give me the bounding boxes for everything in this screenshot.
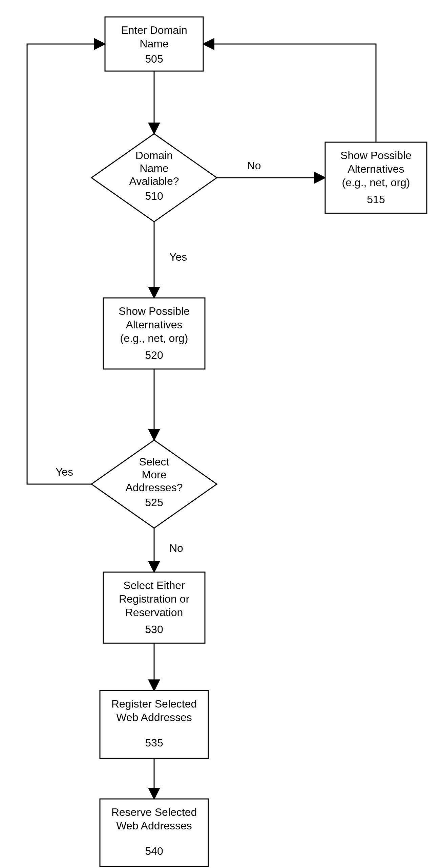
node-515-num: 515 bbox=[367, 193, 385, 205]
node-535-l1: Register Selected bbox=[111, 698, 197, 710]
node-520-l1: Show Possible bbox=[119, 305, 190, 317]
node-530-l1: Select Either bbox=[123, 579, 185, 591]
node-530-l3: Reservation bbox=[125, 606, 183, 619]
node-530-l2: Registration or bbox=[119, 593, 189, 605]
node-515-l1: Show Possible bbox=[340, 149, 412, 161]
node-510-num: 510 bbox=[145, 190, 163, 202]
node-535-num: 535 bbox=[145, 737, 163, 749]
node-520-l3: (e.g., net, org) bbox=[120, 332, 188, 344]
edge-525-505 bbox=[27, 44, 105, 484]
label-no2: No bbox=[169, 542, 183, 554]
node-525-l1: Select bbox=[139, 456, 169, 468]
label-yes2: Yes bbox=[56, 466, 73, 478]
node-525-num: 525 bbox=[145, 496, 163, 508]
node-540-l1: Reserve Selected bbox=[111, 806, 197, 818]
label-yes1: Yes bbox=[169, 251, 187, 263]
node-505-l2: Name bbox=[140, 38, 168, 50]
node-540-num: 540 bbox=[145, 845, 163, 857]
node-505-num: 505 bbox=[145, 53, 163, 65]
node-530-num: 530 bbox=[145, 623, 163, 635]
node-515-l3: (e.g., net, org) bbox=[342, 176, 410, 189]
node-525-l2: More bbox=[142, 469, 167, 481]
node-510-l3: Avaliable? bbox=[129, 175, 179, 187]
edge-515-505 bbox=[203, 44, 376, 142]
node-535-l2: Web Addresses bbox=[116, 711, 192, 723]
node-505-l1: Enter Domain bbox=[121, 24, 187, 36]
node-525-l3: Addresses? bbox=[126, 481, 183, 494]
flowchart: Enter Domain Name 505 Domain Name Avalia… bbox=[0, 0, 442, 868]
node-510-l2: Name bbox=[140, 162, 168, 174]
node-515-l2: Alternatives bbox=[348, 163, 404, 175]
node-540-l2: Web Addresses bbox=[116, 820, 192, 832]
node-510-l1: Domain bbox=[135, 149, 173, 161]
node-520-num: 520 bbox=[145, 349, 163, 361]
node-520-l2: Alternatives bbox=[126, 319, 182, 331]
label-no1: No bbox=[247, 159, 261, 172]
